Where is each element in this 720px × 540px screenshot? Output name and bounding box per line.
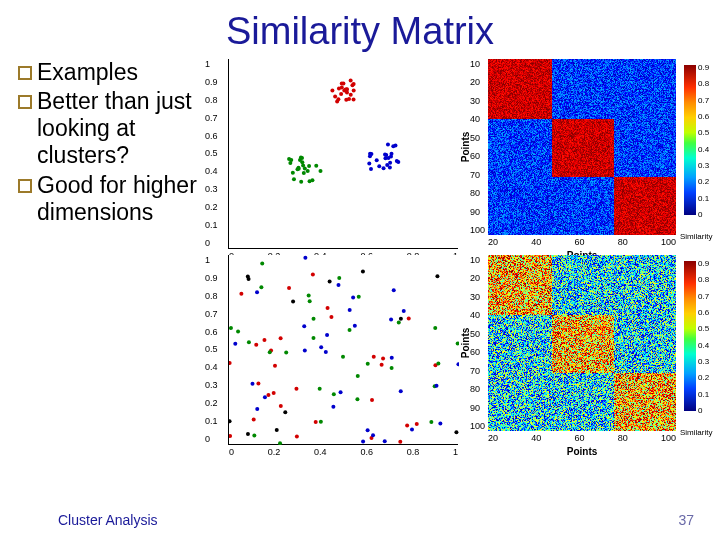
matrix-bottom: 102030405060708090100 20406080100 Points… xyxy=(488,255,676,431)
svg-point-76 xyxy=(405,424,409,428)
svg-point-80 xyxy=(266,393,270,397)
svg-point-92 xyxy=(381,357,385,361)
svg-point-147 xyxy=(351,296,355,300)
svg-point-128 xyxy=(303,348,307,352)
svg-point-94 xyxy=(272,391,276,395)
bullet-item: Examples xyxy=(18,59,198,86)
svg-point-30 xyxy=(302,171,306,175)
svg-point-155 xyxy=(319,345,323,349)
svg-point-39 xyxy=(314,164,318,168)
svg-point-18 xyxy=(349,93,353,97)
svg-point-85 xyxy=(314,420,318,424)
svg-point-153 xyxy=(263,395,267,399)
svg-point-70 xyxy=(398,440,402,444)
svg-point-68 xyxy=(311,273,315,277)
page-number: 37 xyxy=(678,512,694,528)
svg-point-123 xyxy=(366,362,370,366)
svg-point-156 xyxy=(275,428,279,432)
svg-point-14 xyxy=(337,86,341,90)
matrix-top: 102030405060708090100 20406080100 Points… xyxy=(488,59,676,235)
svg-point-164 xyxy=(454,430,458,434)
svg-point-67 xyxy=(279,404,283,408)
svg-point-40 xyxy=(300,156,304,160)
svg-point-65 xyxy=(391,144,395,148)
cticks: 0.90.80.70.60.50.40.30.20.10 xyxy=(698,259,709,415)
xticks: 00.20.40.60.81 xyxy=(229,447,458,457)
svg-point-58 xyxy=(389,152,393,156)
svg-point-108 xyxy=(260,262,264,266)
chart-row-bottom: 10.90.80.70.60.50.40.30.20.10 00.20.40.6… xyxy=(204,255,710,445)
svg-point-71 xyxy=(252,417,256,421)
svg-point-167 xyxy=(291,300,295,304)
bullet-text: Good for higher dimensions xyxy=(37,172,198,226)
svg-point-124 xyxy=(433,326,437,330)
svg-point-158 xyxy=(283,410,287,414)
scatter-bottom: 10.90.80.70.60.50.40.30.20.10 00.20.40.6… xyxy=(228,255,458,445)
svg-point-42 xyxy=(297,167,301,171)
svg-point-143 xyxy=(303,256,307,260)
svg-point-129 xyxy=(348,308,352,312)
svg-point-109 xyxy=(311,336,315,340)
svg-point-150 xyxy=(361,439,365,443)
bullet-list: Examples Better than just looking at clu… xyxy=(18,59,198,445)
svg-point-102 xyxy=(319,420,323,424)
svg-point-89 xyxy=(254,343,258,347)
svg-point-104 xyxy=(356,374,360,378)
svg-point-3 xyxy=(330,89,334,93)
svg-point-131 xyxy=(390,356,394,360)
svg-point-119 xyxy=(357,295,361,299)
svg-point-66 xyxy=(370,398,374,402)
svg-point-77 xyxy=(380,363,384,367)
matrix-bottom-wrap: 102030405060708090100 20406080100 Points… xyxy=(466,255,696,445)
svg-point-162 xyxy=(229,419,232,423)
svg-point-121 xyxy=(278,441,282,445)
svg-point-100 xyxy=(307,293,311,297)
svg-point-78 xyxy=(229,434,232,438)
colorbar: 0.90.80.70.60.50.40.30.20.10 Similarity xyxy=(684,261,696,411)
svg-point-69 xyxy=(329,315,333,319)
svg-point-125 xyxy=(397,321,401,325)
svg-point-139 xyxy=(399,389,403,393)
svg-point-60 xyxy=(386,156,390,160)
svg-point-149 xyxy=(331,405,335,409)
svg-point-103 xyxy=(229,326,233,330)
svg-point-62 xyxy=(388,161,392,165)
svg-point-44 xyxy=(375,158,379,162)
svg-point-144 xyxy=(366,428,370,432)
svg-point-136 xyxy=(336,283,340,287)
chart-area: 10.90.80.70.60.50.40.30.20.10 00.20.40.6… xyxy=(204,59,710,445)
svg-point-101 xyxy=(337,276,341,280)
svg-point-53 xyxy=(386,143,390,147)
svg-point-140 xyxy=(371,433,375,437)
svg-point-138 xyxy=(435,384,439,388)
svg-point-83 xyxy=(294,387,298,391)
svg-point-115 xyxy=(312,317,316,321)
svg-point-17 xyxy=(336,97,340,101)
yticks: 102030405060708090100 xyxy=(470,255,485,431)
svg-point-87 xyxy=(239,292,243,296)
svg-point-113 xyxy=(436,362,440,366)
svg-point-142 xyxy=(255,290,259,294)
svg-point-74 xyxy=(279,336,283,340)
svg-point-73 xyxy=(262,338,266,342)
svg-point-82 xyxy=(295,434,299,438)
svg-point-2 xyxy=(352,88,356,92)
svg-point-120 xyxy=(341,355,345,359)
bullet-text: Better than just looking at clusters? xyxy=(37,88,198,169)
svg-point-22 xyxy=(299,180,303,184)
svg-point-29 xyxy=(318,169,322,173)
svg-point-160 xyxy=(328,279,332,283)
svg-point-130 xyxy=(389,317,393,321)
svg-point-27 xyxy=(308,179,312,183)
slide-body: Examples Better than just looking at clu… xyxy=(0,53,720,445)
svg-point-107 xyxy=(268,350,272,354)
svg-point-151 xyxy=(325,333,329,337)
yticks: 10.90.80.70.60.50.40.30.20.10 xyxy=(205,59,218,248)
svg-point-161 xyxy=(246,275,250,279)
bullet-icon xyxy=(18,66,32,80)
yticks: 102030405060708090100 xyxy=(470,59,485,235)
svg-point-21 xyxy=(352,82,356,86)
svg-point-84 xyxy=(256,382,260,386)
svg-point-37 xyxy=(291,171,295,175)
colorbar-label: Similarity xyxy=(680,232,712,241)
